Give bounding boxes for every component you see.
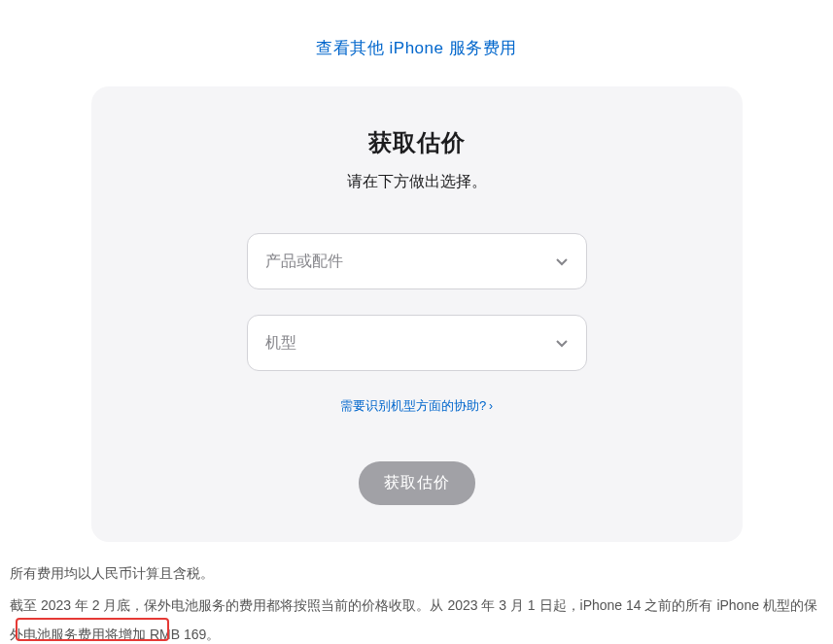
view-other-services-link[interactable]: 查看其他 iPhone 服务费用 bbox=[316, 39, 516, 57]
model-select[interactable]: 机型 bbox=[247, 315, 587, 371]
help-link-label: 需要识别机型方面的协助? bbox=[340, 397, 486, 415]
card-subtitle: 请在下方做出选择。 bbox=[130, 172, 704, 192]
card-title: 获取估价 bbox=[130, 127, 704, 158]
get-estimate-button[interactable]: 获取估价 bbox=[359, 461, 475, 505]
identify-model-help-link[interactable]: 需要识别机型方面的协助? › bbox=[340, 397, 493, 415]
model-select-placeholder: 机型 bbox=[265, 333, 296, 354]
product-select-placeholder: 产品或配件 bbox=[265, 252, 343, 272]
chevron-right-icon: › bbox=[489, 399, 493, 413]
estimate-card: 获取估价 请在下方做出选择。 产品或配件 机型 需要识别机型方面的协助? › 获… bbox=[91, 86, 743, 542]
chevron-down-icon bbox=[555, 254, 569, 268]
footer-price-note: 截至 2023 年 2 月底，保外电池服务的费用都将按照当前的价格收取。从 20… bbox=[10, 597, 817, 641]
footer-price-note-container: 截至 2023 年 2 月底，保外电池服务的费用都将按照当前的价格收取。从 20… bbox=[0, 588, 833, 644]
chevron-down-icon bbox=[555, 336, 569, 350]
product-select[interactable]: 产品或配件 bbox=[247, 233, 587, 289]
footer-tax-note: 所有费用均以人民币计算且含税。 bbox=[0, 542, 833, 588]
